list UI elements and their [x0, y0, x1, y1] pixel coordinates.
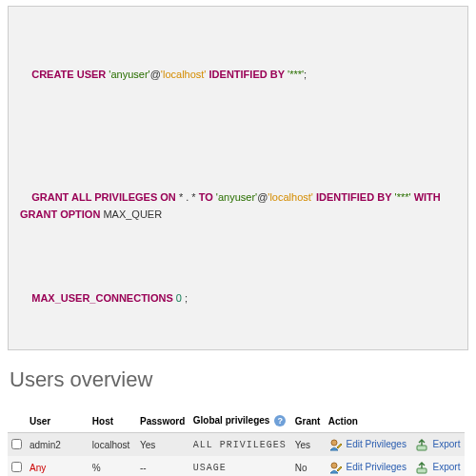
cell-password: --: [136, 456, 189, 476]
user-edit-icon: [328, 438, 342, 451]
svg-rect-1: [417, 446, 426, 450]
edit-privileges-link[interactable]: Edit Privileges: [347, 462, 407, 472]
cell-user: admin2: [26, 433, 89, 457]
svg-point-0: [331, 440, 337, 446]
export-link[interactable]: Export: [433, 462, 461, 472]
cell-privileges: ALL PRIVILEGES: [189, 433, 291, 457]
col-password[interactable]: Password: [136, 409, 189, 433]
col-user[interactable]: User: [26, 409, 89, 433]
cell-host: localhost: [89, 433, 136, 457]
cell-grant: No: [291, 456, 325, 476]
row-checkbox[interactable]: [11, 462, 22, 472]
sql-preview: CREATE USER 'anyuser'@'localhost' IDENTI…: [8, 6, 468, 350]
col-host[interactable]: Host: [89, 409, 136, 433]
table-row: Any%--USAGENo Edit Privileges Export: [8, 456, 465, 476]
cell-password: Yes: [136, 433, 189, 457]
users-table: User Host Password Global privileges ? G…: [8, 409, 465, 476]
user-edit-icon: [328, 461, 342, 474]
cell-host: %: [89, 456, 136, 476]
svg-point-2: [331, 463, 337, 468]
export-icon: [415, 461, 428, 474]
edit-privileges-link[interactable]: Edit Privileges: [347, 439, 407, 449]
cell-privileges: USAGE: [189, 456, 291, 476]
col-grant[interactable]: Grant: [291, 409, 325, 433]
cell-grant: Yes: [291, 433, 325, 457]
col-privileges[interactable]: Global privileges ?: [189, 409, 291, 433]
col-action: Action: [325, 409, 465, 433]
row-checkbox[interactable]: [11, 439, 22, 449]
cell-user: Any: [26, 456, 89, 476]
help-icon[interactable]: ?: [274, 415, 286, 426]
export-icon: [415, 438, 428, 451]
table-row: admin2localhostYesALL PRIVILEGESYes Edit…: [8, 433, 465, 457]
export-link[interactable]: Export: [433, 439, 461, 449]
page-title: Users overview: [10, 367, 468, 392]
svg-rect-3: [417, 468, 426, 473]
col-check: [8, 409, 26, 433]
